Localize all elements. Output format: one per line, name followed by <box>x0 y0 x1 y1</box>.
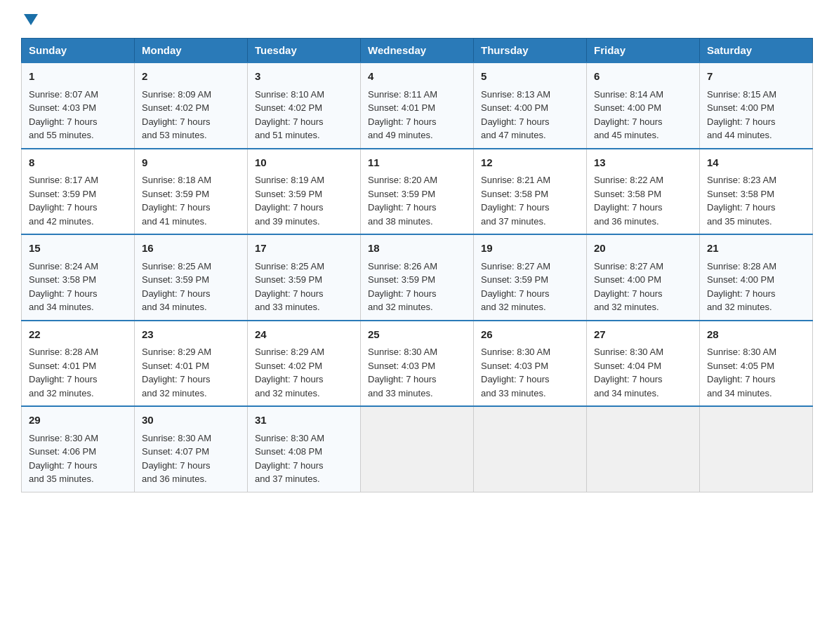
day-number: 16 <box>142 241 240 257</box>
day-info: Sunrise: 8:25 AMSunset: 3:59 PMDaylight:… <box>142 260 240 314</box>
table-row: 8Sunrise: 8:17 AMSunset: 3:59 PMDaylight… <box>22 149 135 235</box>
day-info: Sunrise: 8:11 AMSunset: 4:01 PMDaylight:… <box>368 88 466 142</box>
day-number: 14 <box>707 155 805 171</box>
table-row: 3Sunrise: 8:10 AMSunset: 4:02 PMDaylight… <box>248 62 361 149</box>
day-info: Sunrise: 8:30 AMSunset: 4:05 PMDaylight:… <box>707 345 805 400</box>
day-info: Sunrise: 8:23 AMSunset: 3:58 PMDaylight:… <box>707 173 805 228</box>
table-row: 4Sunrise: 8:11 AMSunset: 4:01 PMDaylight… <box>361 62 474 149</box>
day-number: 1 <box>29 69 127 85</box>
day-number: 29 <box>29 412 127 429</box>
day-number: 5 <box>481 69 579 85</box>
day-info: Sunrise: 8:22 AMSunset: 3:58 PMDaylight:… <box>594 173 692 228</box>
table-row: 10Sunrise: 8:19 AMSunset: 3:59 PMDayligh… <box>248 149 361 235</box>
day-number: 15 <box>29 241 127 257</box>
table-row: 20Sunrise: 8:27 AMSunset: 4:00 PMDayligh… <box>587 234 700 321</box>
day-number: 18 <box>368 241 466 257</box>
table-row: 23Sunrise: 8:29 AMSunset: 4:01 PMDayligh… <box>135 321 248 407</box>
day-number: 6 <box>594 69 692 85</box>
day-info: Sunrise: 8:17 AMSunset: 3:59 PMDaylight:… <box>29 173 127 228</box>
day-number: 25 <box>368 327 466 343</box>
day-info: Sunrise: 8:28 AMSunset: 4:00 PMDaylight:… <box>707 260 805 314</box>
day-number: 13 <box>594 155 692 171</box>
day-number: 9 <box>142 155 240 171</box>
calendar-header-row: SundayMondayTuesdayWednesdayThursdayFrid… <box>22 39 813 63</box>
page-header <box>21 14 813 27</box>
calendar-week-row: 1Sunrise: 8:07 AMSunset: 4:03 PMDaylight… <box>22 62 813 149</box>
table-row: 11Sunrise: 8:20 AMSunset: 3:59 PMDayligh… <box>361 149 474 235</box>
table-row: 28Sunrise: 8:30 AMSunset: 4:05 PMDayligh… <box>700 321 813 407</box>
day-info: Sunrise: 8:24 AMSunset: 3:58 PMDaylight:… <box>29 260 127 314</box>
table-row: 29Sunrise: 8:30 AMSunset: 4:06 PMDayligh… <box>22 406 135 492</box>
table-row <box>587 406 700 492</box>
table-row: 5Sunrise: 8:13 AMSunset: 4:00 PMDaylight… <box>474 62 587 149</box>
table-row: 27Sunrise: 8:30 AMSunset: 4:04 PMDayligh… <box>587 321 700 407</box>
day-info: Sunrise: 8:09 AMSunset: 4:02 PMDaylight:… <box>142 88 240 142</box>
table-row: 24Sunrise: 8:29 AMSunset: 4:02 PMDayligh… <box>248 321 361 407</box>
day-number: 12 <box>481 155 579 171</box>
day-info: Sunrise: 8:20 AMSunset: 3:59 PMDaylight:… <box>368 173 466 228</box>
day-info: Sunrise: 8:26 AMSunset: 3:59 PMDaylight:… <box>368 260 466 314</box>
table-row: 15Sunrise: 8:24 AMSunset: 3:58 PMDayligh… <box>22 234 135 321</box>
day-number: 4 <box>368 69 466 85</box>
day-info: Sunrise: 8:18 AMSunset: 3:59 PMDaylight:… <box>142 173 240 228</box>
table-row: 1Sunrise: 8:07 AMSunset: 4:03 PMDaylight… <box>22 62 135 149</box>
day-info: Sunrise: 8:27 AMSunset: 4:00 PMDaylight:… <box>594 260 692 314</box>
table-row: 13Sunrise: 8:22 AMSunset: 3:58 PMDayligh… <box>587 149 700 235</box>
header-sunday: Sunday <box>22 39 135 63</box>
calendar-table: SundayMondayTuesdayWednesdayThursdayFrid… <box>21 38 813 492</box>
day-info: Sunrise: 8:27 AMSunset: 3:59 PMDaylight:… <box>481 260 579 314</box>
day-number: 17 <box>255 241 353 257</box>
table-row: 16Sunrise: 8:25 AMSunset: 3:59 PMDayligh… <box>135 234 248 321</box>
table-row: 7Sunrise: 8:15 AMSunset: 4:00 PMDaylight… <box>700 62 813 149</box>
day-info: Sunrise: 8:21 AMSunset: 3:58 PMDaylight:… <box>481 173 579 228</box>
table-row: 18Sunrise: 8:26 AMSunset: 3:59 PMDayligh… <box>361 234 474 321</box>
day-number: 7 <box>707 69 805 85</box>
header-saturday: Saturday <box>700 39 813 63</box>
day-number: 30 <box>142 412 240 429</box>
logo-blue-text <box>21 14 38 27</box>
header-wednesday: Wednesday <box>361 39 474 63</box>
table-row: 6Sunrise: 8:14 AMSunset: 4:00 PMDaylight… <box>587 62 700 149</box>
header-thursday: Thursday <box>474 39 587 63</box>
table-row: 30Sunrise: 8:30 AMSunset: 4:07 PMDayligh… <box>135 406 248 492</box>
header-friday: Friday <box>587 39 700 63</box>
day-number: 22 <box>29 327 127 343</box>
day-info: Sunrise: 8:30 AMSunset: 4:08 PMDaylight:… <box>255 431 353 486</box>
day-number: 19 <box>481 241 579 257</box>
calendar-week-row: 8Sunrise: 8:17 AMSunset: 3:59 PMDaylight… <box>22 149 813 235</box>
table-row <box>700 406 813 492</box>
table-row: 31Sunrise: 8:30 AMSunset: 4:08 PMDayligh… <box>248 406 361 492</box>
table-row: 21Sunrise: 8:28 AMSunset: 4:00 PMDayligh… <box>700 234 813 321</box>
logo-triangle-icon <box>24 14 38 25</box>
table-row: 25Sunrise: 8:30 AMSunset: 4:03 PMDayligh… <box>361 321 474 407</box>
day-info: Sunrise: 8:30 AMSunset: 4:06 PMDaylight:… <box>29 431 127 486</box>
day-info: Sunrise: 8:14 AMSunset: 4:00 PMDaylight:… <box>594 88 692 142</box>
logo <box>21 14 38 27</box>
day-info: Sunrise: 8:30 AMSunset: 4:04 PMDaylight:… <box>594 345 692 400</box>
day-info: Sunrise: 8:07 AMSunset: 4:03 PMDaylight:… <box>29 88 127 142</box>
day-number: 31 <box>255 412 353 429</box>
calendar-week-row: 15Sunrise: 8:24 AMSunset: 3:58 PMDayligh… <box>22 234 813 321</box>
day-info: Sunrise: 8:29 AMSunset: 4:01 PMDaylight:… <box>142 345 240 400</box>
table-row: 17Sunrise: 8:25 AMSunset: 3:59 PMDayligh… <box>248 234 361 321</box>
table-row: 12Sunrise: 8:21 AMSunset: 3:58 PMDayligh… <box>474 149 587 235</box>
day-number: 28 <box>707 327 805 343</box>
day-info: Sunrise: 8:13 AMSunset: 4:00 PMDaylight:… <box>481 88 579 142</box>
header-monday: Monday <box>135 39 248 63</box>
day-info: Sunrise: 8:15 AMSunset: 4:00 PMDaylight:… <box>707 88 805 142</box>
table-row: 14Sunrise: 8:23 AMSunset: 3:58 PMDayligh… <box>700 149 813 235</box>
table-row: 9Sunrise: 8:18 AMSunset: 3:59 PMDaylight… <box>135 149 248 235</box>
day-number: 10 <box>255 155 353 171</box>
header-tuesday: Tuesday <box>248 39 361 63</box>
day-info: Sunrise: 8:19 AMSunset: 3:59 PMDaylight:… <box>255 173 353 228</box>
day-number: 11 <box>368 155 466 171</box>
table-row <box>361 406 474 492</box>
day-number: 8 <box>29 155 127 171</box>
table-row: 2Sunrise: 8:09 AMSunset: 4:02 PMDaylight… <box>135 62 248 149</box>
day-number: 24 <box>255 327 353 343</box>
table-row: 22Sunrise: 8:28 AMSunset: 4:01 PMDayligh… <box>22 321 135 407</box>
day-info: Sunrise: 8:28 AMSunset: 4:01 PMDaylight:… <box>29 345 127 400</box>
table-row <box>474 406 587 492</box>
day-info: Sunrise: 8:30 AMSunset: 4:07 PMDaylight:… <box>142 431 240 486</box>
day-number: 2 <box>142 69 240 85</box>
